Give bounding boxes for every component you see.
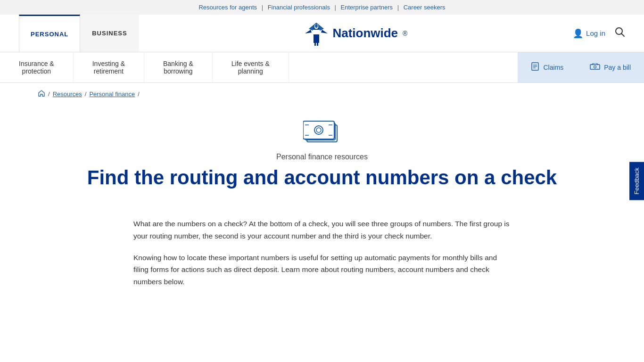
nav-insurance[interactable]: Insurance & protection [0,52,74,82]
search-icon[interactable] [615,27,625,40]
utility-link-agents[interactable]: Resources for agents [198,4,257,11]
header-right: 👤 Log in [573,27,625,40]
breadcrumb-personal-finance[interactable]: Personal finance [89,90,135,98]
svg-rect-6 [314,43,316,46]
svg-point-17 [594,66,596,68]
breadcrumb: / Resources / Personal finance / [0,83,644,105]
svg-marker-4 [305,30,312,33]
claims-icon [531,62,539,73]
article-paragraph-2: Knowing how to locate these important nu… [133,252,511,288]
svg-marker-5 [321,30,328,33]
article-subtitle: Personal finance resources [9,153,635,161]
svg-rect-7 [317,43,318,46]
pay-bill-icon [590,63,600,72]
home-icon[interactable] [38,90,45,99]
article-body: What are the numbers on a check? At the … [96,208,548,316]
nav-main: Insurance & protection Investing & retir… [0,52,518,82]
nav-claims[interactable]: Claims [518,52,577,82]
utility-sep-2: | [335,4,338,11]
svg-point-9 [315,24,318,28]
utility-link-enterprise[interactable]: Enterprise partners [341,4,393,11]
utility-link-career[interactable]: Career seekers [404,4,446,11]
utility-sep-1: | [262,4,265,11]
article-paragraph-1: What are the numbers on a check? At the … [133,218,511,242]
money-icon-wrapper [9,119,635,147]
utility-link-financial[interactable]: Financial professionals [268,4,330,11]
logo-registered: ® [403,30,407,37]
breadcrumb-resources[interactable]: Resources [53,90,82,98]
nav-investing[interactable]: Investing & retirement [74,52,144,82]
header-tabs: PERSONAL BUSINESS [19,15,139,52]
feedback-label: Feedback [633,167,640,194]
article-title: Find the routing and account numbers on … [74,166,570,189]
tab-personal[interactable]: PERSONAL [19,15,80,52]
nav-pay-bill[interactable]: Pay a bill [577,52,644,82]
header: PERSONAL BUSINESS Nationwide® 👤 Log in [0,15,644,52]
breadcrumb-sep-3: / [138,90,140,98]
claims-label: Claims [543,64,563,71]
money-icon [303,119,341,145]
logo-text: Nationwide [332,26,398,41]
nationwide-eagle-icon [304,20,328,46]
login-button[interactable]: 👤 Log in [573,28,605,39]
breadcrumb-sep-1: / [48,90,50,98]
article-header: Personal finance resources Find the rout… [0,105,644,208]
nav-bar: Insurance & protection Investing & retir… [0,52,644,83]
svg-rect-20 [303,121,334,139]
tab-business[interactable]: BUSINESS [80,15,139,52]
nav-banking[interactable]: Banking & borrowing [144,52,213,82]
svg-rect-0 [314,34,319,43]
login-label: Log in [586,29,605,37]
utility-bar: Resources for agents | Financial profess… [0,0,644,15]
pay-bill-label: Pay a bill [604,64,631,71]
svg-line-11 [621,34,624,37]
feedback-tab[interactable]: Feedback [629,162,644,200]
nav-actions: Claims Pay a bill [518,52,644,82]
logo-area[interactable]: Nationwide® [304,20,407,46]
breadcrumb-sep-2: / [85,90,87,98]
utility-sep-3: | [397,4,401,11]
user-icon: 👤 [573,28,583,39]
svg-rect-16 [590,65,600,69]
nav-life-events[interactable]: Life events & planning [213,52,289,82]
